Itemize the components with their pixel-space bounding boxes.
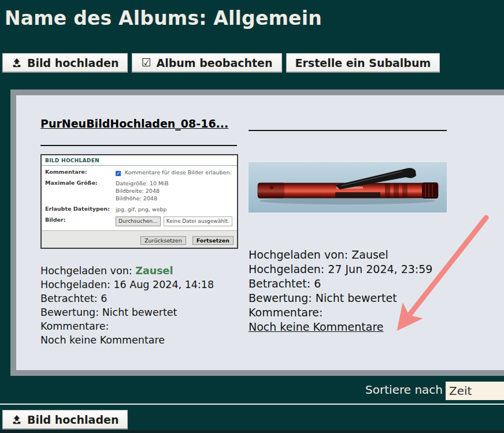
footer-divider xyxy=(0,404,504,405)
thumb-filetypes-value: jpg, gif, png, webp xyxy=(116,206,167,213)
thumb-comments-label: Kommentare: xyxy=(45,169,116,176)
red-pen-photo[interactable] xyxy=(249,162,447,212)
upload-form-thumbnail[interactable]: BILD HOCHLADEN Kommentare: ✓ Kommentare … xyxy=(40,154,238,249)
image-title-link[interactable]: PurNeuBildHochladen_08-16... xyxy=(40,117,228,130)
no-comments-link[interactable]: Noch keine Kommentare xyxy=(249,320,384,333)
uploaded-by-label: Hochgeladen von: xyxy=(40,265,135,277)
thumb-browse-button: Durchsuchen... xyxy=(116,216,161,226)
watch-album-button[interactable]: ☑ Album beobachten xyxy=(132,53,281,73)
upload-image-button-bottom[interactable]: Bild hochladen xyxy=(2,410,128,430)
thumb-reset-button: Zurücksetzen xyxy=(140,236,186,245)
album-page: Name des Albums: Allgemein Bild hochlade… xyxy=(0,0,504,433)
meta-views-line: Betrachtet: 6 xyxy=(249,277,432,291)
thumb-filetypes-label: Erlaubte Dateitypen: xyxy=(45,206,116,213)
sort-by-select[interactable]: Zeit xyxy=(446,382,504,400)
uploaded-by-label: Hochgeladen von: xyxy=(249,248,351,261)
meta-uploader-line: Hochgeladen von: Zausel xyxy=(249,248,432,262)
red-pen-image xyxy=(249,162,447,212)
meta-uploader-line: Hochgeladen von: Zausel xyxy=(40,264,214,278)
watch-button-label: Album beobachten xyxy=(157,57,273,69)
thumb-files-label: Bilder: xyxy=(45,216,116,226)
page-title: Name des Albums: Allgemein xyxy=(5,7,322,29)
thumb-imgheight: Bildhöhe: 2048 xyxy=(116,195,157,201)
sort-by-label: Sortiere nach xyxy=(365,383,443,397)
upload-icon xyxy=(12,58,22,68)
upload-button-label: Bild hochladen xyxy=(27,57,118,69)
uploader-link[interactable]: Zausel xyxy=(135,265,173,277)
thumb-imgwidth: Bildbreite: 2048 xyxy=(116,188,160,194)
image-meta-left: Hochgeladen von: Zausel Hochgeladen: 16 … xyxy=(40,264,214,347)
meta-uploaded-line: Hochgeladen: 16 Aug 2024, 14:18 xyxy=(40,278,214,292)
upload-image-button[interactable]: Bild hochladen xyxy=(2,53,128,73)
title-underline-rule xyxy=(40,145,237,146)
right-card-rule xyxy=(249,130,447,131)
image-meta-right: Hochgeladen von: Zausel Hochgeladen: 27 … xyxy=(249,248,432,334)
meta-comments-label: Kommentare: xyxy=(249,305,432,320)
thumb-form-header: BILD HOCHLADEN xyxy=(42,155,237,166)
upload-icon xyxy=(12,415,22,425)
thumb-maxsize-label: Maximale Größe: xyxy=(45,180,116,202)
thumb-comments-value: ✓ Kommentare für diese Bilder erlauben. xyxy=(116,169,231,176)
meta-rating-line: Bewertung: Nicht bewertet xyxy=(249,291,432,305)
thumb-filesize: Dateigröße: 10 MiB xyxy=(116,180,168,186)
create-subalbum-button[interactable]: Erstelle ein Subalbum xyxy=(286,53,440,73)
meta-uploaded-line: Hochgeladen: 27 Jun 2024, 23:59 xyxy=(249,262,432,277)
thumb-maxsize-values: Dateigröße: 10 MiB Bildbreite: 2048 Bild… xyxy=(116,180,168,202)
meta-rating-line: Bewertung: Nicht bewertet xyxy=(40,305,214,319)
meta-views-line: Betrachtet: 6 xyxy=(40,292,214,305)
meta-comments-label: Kommentare: xyxy=(40,319,214,333)
thumb-comments-text: Kommentare für diese Bilder erlauben. xyxy=(125,169,231,176)
thumb-checkbox-icon: ✓ xyxy=(116,171,121,176)
upload-button-label: Bild hochladen xyxy=(27,413,118,426)
thumb-nofile-text: Keine Datei ausgewählt. xyxy=(164,216,232,226)
thumb-form-body: Kommentare: ✓ Kommentare für diese Bilde… xyxy=(42,166,237,226)
thumb-continue-button: Fortsetzen xyxy=(192,236,234,245)
thumb-form-footer: Zurücksetzen Fortsetzen xyxy=(42,230,237,248)
window-bottom-edge xyxy=(0,430,504,433)
subalbum-button-label: Erstelle ein Subalbum xyxy=(295,57,431,69)
checkbox-checked-icon: ☑ xyxy=(141,57,151,68)
uploader-name: Zausel xyxy=(351,248,388,261)
album-content-panel: PurNeuBildHochladen_08-16... BILD HOCHLA… xyxy=(10,89,504,376)
thumb-file-input: Durchsuchen... Keine Datei ausgewählt. xyxy=(116,216,232,226)
bottom-toolbar: Bild hochladen xyxy=(2,410,128,430)
meta-no-comments: Noch keine Kommentare xyxy=(40,333,214,347)
top-toolbar: Bild hochladen ☑ Album beobachten Erstel… xyxy=(2,53,440,73)
